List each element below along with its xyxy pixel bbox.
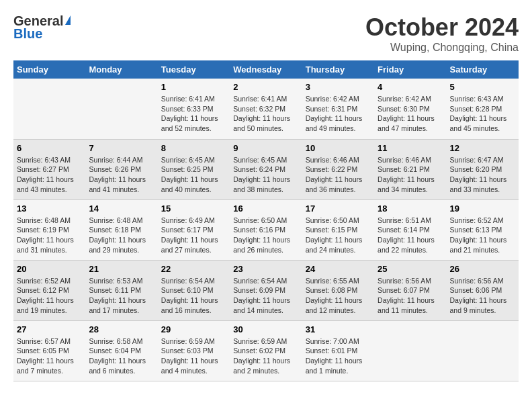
day-detail: Sunrise: 6:50 AM Sunset: 6:15 PM Dayligh… [306,216,371,255]
day-detail: Sunrise: 6:51 AM Sunset: 6:14 PM Dayligh… [378,216,443,255]
day-number: 27 [17,324,82,334]
calendar-cell: 29Sunrise: 6:59 AM Sunset: 6:03 PM Dayli… [158,320,230,381]
day-number: 16 [233,203,298,214]
day-number: 28 [89,324,154,334]
day-number: 24 [306,264,371,274]
calendar-cell: 9Sunrise: 6:45 AM Sunset: 6:24 PM Daylig… [230,139,302,199]
day-number: 22 [161,264,226,274]
day-detail: Sunrise: 6:58 AM Sunset: 6:04 PM Dayligh… [89,336,154,376]
day-detail: Sunrise: 6:54 AM Sunset: 6:10 PM Dayligh… [161,276,226,316]
calendar-cell: 25Sunrise: 6:56 AM Sunset: 6:07 PM Dayli… [374,260,446,320]
calendar-cell: 14Sunrise: 6:48 AM Sunset: 6:18 PM Dayli… [85,199,157,260]
day-detail: Sunrise: 6:56 AM Sunset: 6:06 PM Dayligh… [450,276,515,316]
day-number: 23 [233,264,298,274]
day-number: 6 [17,143,82,153]
calendar-cell: 15Sunrise: 6:49 AM Sunset: 6:17 PM Dayli… [158,199,230,260]
day-number: 19 [450,203,515,214]
calendar-cell: 1Sunrise: 6:41 AM Sunset: 6:33 PM Daylig… [158,79,230,139]
day-number: 18 [378,203,443,214]
calendar-cell: 28Sunrise: 6:58 AM Sunset: 6:04 PM Dayli… [85,320,157,381]
calendar-cell: 10Sunrise: 6:46 AM Sunset: 6:22 PM Dayli… [302,139,374,199]
day-detail: Sunrise: 6:54 AM Sunset: 6:09 PM Dayligh… [233,276,298,316]
header-sunday: Sunday [13,60,85,79]
logo: General Blue [13,13,71,42]
day-number: 14 [89,203,154,214]
day-detail: Sunrise: 6:41 AM Sunset: 6:33 PM Dayligh… [161,94,226,134]
day-number: 17 [306,203,371,214]
day-number: 1 [161,82,226,92]
calendar-week-row: 27Sunrise: 6:57 AM Sunset: 6:05 PM Dayli… [13,320,519,381]
calendar-table: SundayMondayTuesdayWednesdayThursdayFrid… [13,60,519,381]
day-detail: Sunrise: 6:42 AM Sunset: 6:31 PM Dayligh… [306,94,371,134]
calendar-cell [447,320,519,381]
day-detail: Sunrise: 6:46 AM Sunset: 6:21 PM Dayligh… [378,155,443,195]
day-number: 2 [233,82,298,92]
calendar-cell: 8Sunrise: 6:45 AM Sunset: 6:25 PM Daylig… [158,139,230,199]
calendar-cell: 5Sunrise: 6:43 AM Sunset: 6:28 PM Daylig… [447,79,519,139]
header-tuesday: Tuesday [158,60,230,79]
calendar-cell: 17Sunrise: 6:50 AM Sunset: 6:15 PM Dayli… [302,199,374,260]
day-detail: Sunrise: 6:56 AM Sunset: 6:07 PM Dayligh… [378,276,443,316]
calendar-cell: 31Sunrise: 7:00 AM Sunset: 6:01 PM Dayli… [302,320,374,381]
day-number: 12 [450,143,515,153]
day-number: 9 [233,143,298,153]
location-subtitle: Wuping, Chongqing, China [365,42,519,54]
day-number: 11 [378,143,443,153]
day-detail: Sunrise: 6:48 AM Sunset: 6:19 PM Dayligh… [17,216,82,255]
calendar-cell: 11Sunrise: 6:46 AM Sunset: 6:21 PM Dayli… [374,139,446,199]
calendar-cell: 27Sunrise: 6:57 AM Sunset: 6:05 PM Dayli… [13,320,85,381]
day-number: 7 [89,143,154,153]
day-number: 8 [161,143,226,153]
calendar-header-row: SundayMondayTuesdayWednesdayThursdayFrid… [13,60,519,79]
day-detail: Sunrise: 6:47 AM Sunset: 6:20 PM Dayligh… [450,155,515,195]
calendar-cell [374,320,446,381]
day-detail: Sunrise: 6:50 AM Sunset: 6:16 PM Dayligh… [233,216,298,255]
day-detail: Sunrise: 6:45 AM Sunset: 6:24 PM Dayligh… [233,155,298,195]
day-detail: Sunrise: 6:41 AM Sunset: 6:32 PM Dayligh… [233,94,298,134]
page-header: General Blue October 2024 Wuping, Chongq… [13,13,519,54]
title-block: October 2024 Wuping, Chongqing, China [365,13,519,54]
day-number: 10 [306,143,371,153]
day-number: 26 [450,264,515,274]
calendar-cell: 19Sunrise: 6:52 AM Sunset: 6:13 PM Dayli… [447,199,519,260]
day-detail: Sunrise: 7:00 AM Sunset: 6:01 PM Dayligh… [306,336,371,376]
day-detail: Sunrise: 6:52 AM Sunset: 6:12 PM Dayligh… [17,276,82,316]
day-number: 21 [89,264,154,274]
calendar-cell: 23Sunrise: 6:54 AM Sunset: 6:09 PM Dayli… [230,260,302,320]
day-detail: Sunrise: 6:43 AM Sunset: 6:28 PM Dayligh… [450,94,515,134]
day-detail: Sunrise: 6:49 AM Sunset: 6:17 PM Dayligh… [161,216,226,255]
calendar-cell: 18Sunrise: 6:51 AM Sunset: 6:14 PM Dayli… [374,199,446,260]
day-number: 15 [161,203,226,214]
day-detail: Sunrise: 6:46 AM Sunset: 6:22 PM Dayligh… [306,155,371,195]
day-detail: Sunrise: 6:55 AM Sunset: 6:08 PM Dayligh… [306,276,371,316]
calendar-cell: 30Sunrise: 6:59 AM Sunset: 6:02 PM Dayli… [230,320,302,381]
day-detail: Sunrise: 6:53 AM Sunset: 6:11 PM Dayligh… [89,276,154,316]
day-detail: Sunrise: 6:42 AM Sunset: 6:30 PM Dayligh… [378,94,443,134]
day-number: 25 [378,264,443,274]
header-thursday: Thursday [302,60,374,79]
calendar-cell: 20Sunrise: 6:52 AM Sunset: 6:12 PM Dayli… [13,260,85,320]
calendar-cell: 4Sunrise: 6:42 AM Sunset: 6:30 PM Daylig… [374,79,446,139]
day-detail: Sunrise: 6:45 AM Sunset: 6:25 PM Dayligh… [161,155,226,195]
calendar-cell: 21Sunrise: 6:53 AM Sunset: 6:11 PM Dayli… [85,260,157,320]
calendar-week-row: 13Sunrise: 6:48 AM Sunset: 6:19 PM Dayli… [13,199,519,260]
logo-blue-text: Blue [13,26,42,42]
calendar-cell [13,79,85,139]
day-detail: Sunrise: 6:44 AM Sunset: 6:26 PM Dayligh… [89,155,154,195]
calendar-cell [85,79,157,139]
calendar-cell: 6Sunrise: 6:43 AM Sunset: 6:27 PM Daylig… [13,139,85,199]
header-wednesday: Wednesday [230,60,302,79]
calendar-cell: 3Sunrise: 6:42 AM Sunset: 6:31 PM Daylig… [302,79,374,139]
day-detail: Sunrise: 6:59 AM Sunset: 6:02 PM Dayligh… [233,336,298,376]
logo-arrow-icon [65,15,71,25]
day-number: 20 [17,264,82,274]
day-detail: Sunrise: 6:52 AM Sunset: 6:13 PM Dayligh… [450,216,515,255]
day-detail: Sunrise: 6:43 AM Sunset: 6:27 PM Dayligh… [17,155,82,195]
calendar-cell: 22Sunrise: 6:54 AM Sunset: 6:10 PM Dayli… [158,260,230,320]
header-friday: Friday [374,60,446,79]
calendar-cell: 13Sunrise: 6:48 AM Sunset: 6:19 PM Dayli… [13,199,85,260]
calendar-week-row: 20Sunrise: 6:52 AM Sunset: 6:12 PM Dayli… [13,260,519,320]
day-number: 30 [233,324,298,334]
day-number: 31 [306,324,371,334]
header-saturday: Saturday [447,60,519,79]
